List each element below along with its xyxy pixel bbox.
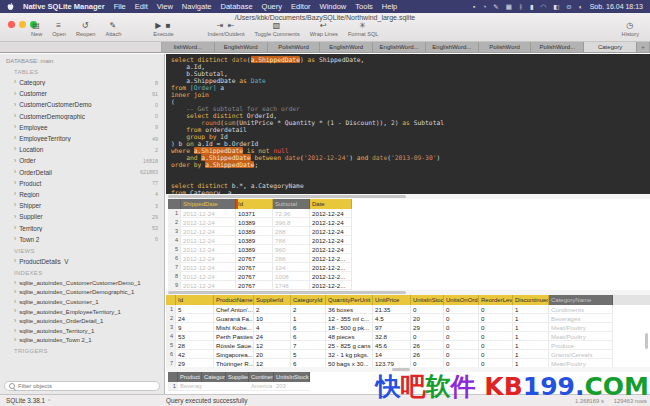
cell[interactable]: 1: [513, 350, 549, 359]
menu-query[interactable]: Query: [262, 2, 282, 11]
keyboard-icon[interactable]: ▦: [506, 0, 512, 13]
scrollbar-handle[interactable]: [645, 333, 648, 349]
sidebar-item-shipper[interactable]: ›Shipper3: [0, 200, 164, 211]
cell[interactable]: 12: [254, 341, 291, 350]
column-header-id[interactable]: Id: [236, 199, 273, 209]
filter-objects-input[interactable]: [18, 383, 155, 389]
cell[interactable]: 20767: [236, 263, 273, 272]
cell[interactable]: 2012-12-24: [310, 227, 352, 236]
table-row[interactable]: 12012-12-241037172.962012-12-24: [168, 209, 352, 218]
scrollbar-handle[interactable]: [392, 368, 410, 371]
cell[interactable]: 0: [444, 350, 479, 359]
battery-icon[interactable]: ▮: [530, 0, 534, 13]
cell[interactable]: 0: [444, 314, 479, 323]
wrap-lines-button[interactable]: ↩Wrap Lines: [310, 21, 338, 37]
cell[interactable]: 2012-12-24: [181, 254, 236, 263]
tab-lishword[interactable]: lishWord...: [162, 42, 215, 52]
cell[interactable]: Beverages: [549, 314, 613, 323]
cell[interactable]: 288: [273, 227, 310, 236]
sidebar-item-sqlite-autoindex-territory-1[interactable]: ›sqlite_autoindex_Territory_1: [0, 326, 164, 336]
cell[interactable]: 396.8: [273, 218, 310, 227]
table-row[interactable]: 72012-12-24207671242012-12-2...: [168, 263, 352, 272]
cell[interactable]: 0: [411, 332, 444, 341]
cell[interactable]: 10389: [236, 245, 273, 254]
sidebar-item-productdetails-v[interactable]: ›ProductDetails_V: [0, 256, 164, 267]
cell[interactable]: 20: [411, 314, 444, 323]
close-button[interactable]: [8, 21, 15, 28]
column-header-id[interactable]: Id: [176, 295, 214, 305]
minimize-button[interactable]: [19, 21, 26, 28]
cell[interactable]: 10389: [236, 218, 273, 227]
cell[interactable]: 2012-12-24: [181, 263, 236, 272]
column-header-unitsinstock[interactable]: UnitsInStock: [411, 295, 444, 305]
column-header-unitsonorder[interactable]: UnitsOnOrder: [444, 295, 479, 305]
sidebar-item-orderdetail[interactable]: ›OrderDetail621883: [0, 167, 164, 178]
table-row[interactable]: 642Singaporea...20532 - 1 kg pkgs.142600…: [166, 350, 650, 359]
cell[interactable]: 0: [444, 323, 479, 332]
bluetooth-icon[interactable]: ᛒ: [519, 0, 523, 13]
cell[interactable]: 0: [479, 323, 513, 332]
cell[interactable]: 2: [254, 305, 291, 314]
sidebar-item-location[interactable]: ›Location2: [0, 144, 164, 155]
sidebar-item-customercustomerdemo[interactable]: ›CustomerCustomerDemo0: [0, 99, 164, 110]
column-header-category[interactable]: Category: [202, 372, 226, 382]
column-header-continent[interactable]: Continent: [249, 372, 274, 382]
cell[interactable]: 36 boxes: [326, 305, 373, 314]
cell[interactable]: 124: [273, 263, 310, 272]
cell[interactable]: [226, 382, 249, 391]
menu-help[interactable]: Help: [382, 2, 397, 11]
cell[interactable]: 0: [479, 305, 513, 314]
table-row[interactable]: 1BeveragesAmerica203: [168, 382, 314, 391]
display-icon[interactable]: ◔: [482, 0, 486, 13]
cell[interactable]: 25 - 825 g cans: [326, 341, 373, 350]
menu-window[interactable]: Window: [320, 2, 347, 11]
cell[interactable]: 2012-12-2...: [310, 281, 352, 290]
cell[interactable]: 20767: [236, 281, 273, 290]
sidebar-item-sqlite-autoindex-town-2-1[interactable]: ›sqlite_autoindex_Town 2_1: [0, 336, 164, 346]
cell[interactable]: 18 - 500 g pk...: [326, 323, 373, 332]
cell[interactable]: 2012-12-2...: [310, 254, 352, 263]
column-header-subtotal[interactable]: Subtotal: [273, 199, 310, 209]
cell[interactable]: 288: [273, 254, 310, 263]
column-header-reorderlevel[interactable]: ReorderLevel: [479, 295, 513, 305]
column-header-shippeddate[interactable]: ShippedDate: [181, 199, 236, 209]
cell[interactable]: 48 pieces: [326, 332, 373, 341]
cell[interactable]: 0: [444, 305, 479, 314]
cell[interactable]: Meat/Poultry: [549, 332, 613, 341]
column-header-supplier[interactable]: Supplier: [226, 372, 249, 382]
cell[interactable]: 7: [291, 341, 326, 350]
open-button[interactable]: ≡Open: [52, 21, 66, 37]
table-row[interactable]: 528Rössle Saue...12725 - 825 g cans45.62…: [166, 341, 650, 350]
cell[interactable]: 14: [373, 350, 411, 359]
cell[interactable]: Guaraná Fa...: [214, 314, 254, 323]
wifi-icon[interactable]: ◠: [540, 0, 546, 13]
table-row[interactable]: 52012-12-24103899602012-12-24: [168, 245, 352, 254]
tab-englishword[interactable]: EnglishWord: [320, 42, 373, 52]
add-tab-button[interactable]: +: [637, 42, 650, 52]
cell[interactable]: 0: [479, 314, 513, 323]
cell[interactable]: 2012-12-24: [181, 218, 236, 227]
cell[interactable]: Singaporea...: [214, 350, 254, 359]
cell[interactable]: Chef Anton'...: [214, 305, 254, 314]
app-name[interactable]: Native SQLite Manager: [23, 2, 105, 11]
cell[interactable]: Meat/Poultry: [549, 323, 613, 332]
cell[interactable]: 10: [254, 314, 291, 323]
sidebar-item-town-2[interactable]: ›Town 26: [0, 234, 164, 245]
sidebar-item-supplier[interactable]: ›Supplier29: [0, 211, 164, 222]
table-row[interactable]: 15Chef Anton'...2236 boxes21.350001Condi…: [166, 305, 650, 314]
apple-menu-icon[interactable]: [7, 3, 14, 11]
pencil-icon[interactable]: ✎: [493, 0, 498, 13]
search-icon[interactable]: ⊙: [566, 0, 571, 13]
tab-polishword[interactable]: PolishWord: [268, 42, 321, 52]
cell[interactable]: 2012-12-24: [181, 209, 236, 218]
cell[interactable]: Condiments: [549, 305, 613, 314]
column-header-productname[interactable]: ProductName: [214, 295, 254, 305]
table-row[interactable]: 92012-12-242076717482012-12-2...: [168, 281, 352, 290]
cell[interactable]: 9: [176, 323, 214, 332]
control-center-icon[interactable]: ◧: [553, 0, 559, 13]
attach-button[interactable]: ✎Attach: [106, 21, 122, 37]
siri-icon[interactable]: ◐: [579, 0, 583, 13]
cell[interactable]: 1: [513, 314, 549, 323]
sidebar-item-employee[interactable]: ›Employee9: [0, 122, 164, 133]
cell[interactable]: 29: [411, 323, 444, 332]
